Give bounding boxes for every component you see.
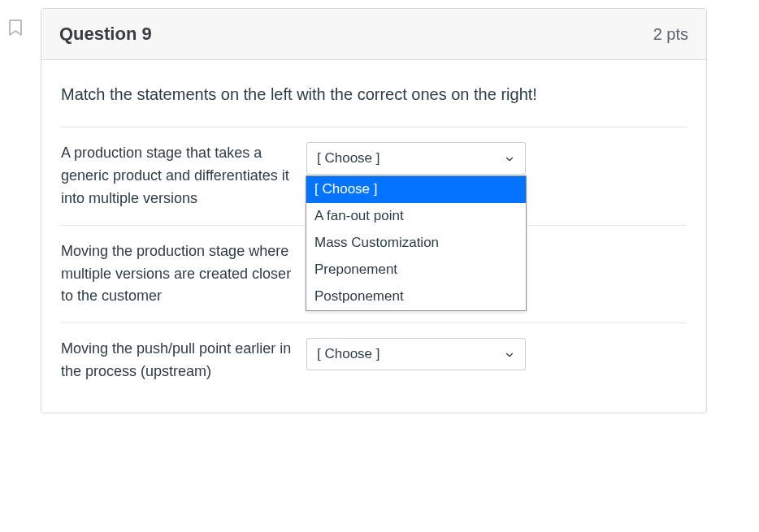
match-row: Moving the push/pull point earlier in th… <box>61 323 687 406</box>
match-row: A production stage that takes a generic … <box>61 128 687 226</box>
chevron-down-icon <box>504 153 515 164</box>
match-select[interactable]: [ Choose ] <box>306 142 526 175</box>
question-body: Match the statements on the left with th… <box>41 60 706 413</box>
match-select-wrap: [ Choose ] <box>306 338 526 370</box>
bookmark-flag-icon[interactable] <box>7 18 26 37</box>
match-prompt: A production stage that takes a generic … <box>61 142 306 210</box>
dropdown-option[interactable]: A fan-out point <box>306 203 526 230</box>
dropdown-option[interactable]: Preponement <box>306 257 526 283</box>
match-prompt: Moving the push/pull point earlier in th… <box>61 338 306 383</box>
chevron-down-icon <box>504 348 515 360</box>
question-header: Question 9 2 pts <box>41 9 706 60</box>
dropdown-option[interactable]: Postponement <box>306 283 526 310</box>
dropdown-option[interactable]: Mass Customization <box>306 230 526 257</box>
question-instruction: Match the statements on the left with th… <box>61 83 687 106</box>
match-select[interactable]: [ Choose ] <box>306 338 526 370</box>
matching-list: A production stage that takes a generic … <box>61 127 687 406</box>
question-card: Question 9 2 pts Match the statements on… <box>41 8 707 413</box>
question-points: 2 pts <box>653 25 688 44</box>
match-prompt: Moving the production stage where multip… <box>61 240 306 309</box>
match-select-wrap: [ Choose ] [ Choose ] A fan-out point Ma… <box>306 142 526 175</box>
dropdown-option[interactable]: [ Choose ] <box>306 176 526 203</box>
select-value: [ Choose ] <box>317 150 380 167</box>
match-dropdown: [ Choose ] A fan-out point Mass Customiz… <box>306 175 527 311</box>
select-value: [ Choose ] <box>317 346 380 362</box>
question-title: Question 9 <box>59 24 152 45</box>
